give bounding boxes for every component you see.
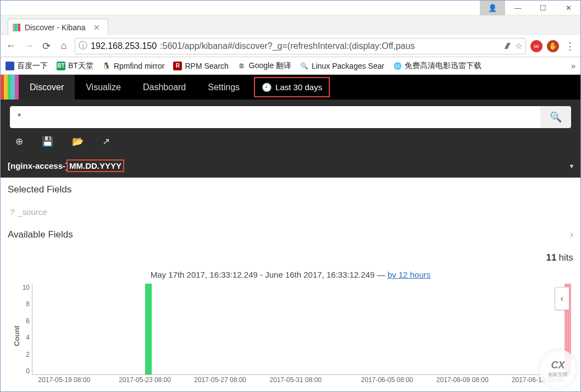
bookmark-star-icon[interactable]: ☆ bbox=[515, 41, 522, 51]
search-icon: 🔍 bbox=[550, 111, 562, 123]
nav-dashboard[interactable]: Dashboard bbox=[132, 75, 197, 100]
bookmarks-bar: 百度一下BTBT天堂🐧Rpmfind mirrorRRPM Search🗎Goo… bbox=[0, 57, 581, 75]
bookmark-item[interactable]: 百度一下 bbox=[5, 61, 48, 71]
reload-button[interactable]: ⟳ bbox=[40, 40, 53, 53]
translate-icon[interactable]: 🙼 bbox=[503, 41, 512, 51]
bookmark-icon: BT bbox=[57, 62, 65, 70]
search-input[interactable] bbox=[10, 106, 540, 128]
index-pattern-bar[interactable]: [nginx-access-]MM.DD.YYYY ▾ bbox=[0, 154, 581, 178]
clock-icon: 🕘 bbox=[262, 82, 272, 92]
nav-discover[interactable]: Discover bbox=[19, 75, 75, 100]
kibana-app: DiscoverVisualizeDashboardSettings 🕘 Las… bbox=[0, 75, 581, 388]
bookmark-icon bbox=[5, 62, 14, 70]
url-host: 192.168.253.150 bbox=[91, 41, 157, 51]
user-icon[interactable]: 👤 bbox=[480, 0, 505, 15]
bookmark-icon: R bbox=[173, 62, 182, 70]
bookmark-item[interactable]: 🗎Google 翻译 bbox=[237, 61, 291, 71]
index-pattern-prefix: [nginx-access-] bbox=[8, 161, 68, 170]
browser-tabbar: Discover - Kibana ✕ bbox=[0, 15, 581, 35]
bookmark-item[interactable]: RRPM Search bbox=[173, 62, 228, 70]
browser-address-bar: ← → ⟳ ⌂ ⓘ 192.168.253.150:5601/app/kiban… bbox=[0, 35, 581, 57]
bookmark-icon: 🌐 bbox=[393, 62, 402, 70]
collapse-chart-button[interactable]: ‹ bbox=[555, 287, 569, 310]
bookmark-icon: 🗎 bbox=[237, 62, 246, 70]
nav-visualize[interactable]: Visualize bbox=[75, 75, 132, 100]
save-search-icon[interactable]: 💾 bbox=[42, 136, 53, 147]
url-path: :5601/app/kibana#/discover?_g=(refreshIn… bbox=[160, 41, 415, 51]
url-input[interactable]: ⓘ 192.168.253.150:5601/app/kibana#/disco… bbox=[75, 38, 526, 54]
hits-bar: 11 hits bbox=[0, 247, 581, 266]
bookmark-item[interactable]: 🐧Rpmfind mirror bbox=[102, 62, 165, 70]
caret-down-icon: ▾ bbox=[570, 162, 573, 170]
nav-settings[interactable]: Settings bbox=[197, 75, 251, 100]
window-titlebar: 👤 — ☐ ✕ bbox=[0, 0, 581, 15]
maximize-button[interactable]: ☐ bbox=[530, 0, 556, 15]
extension-icon-2[interactable]: ✋ bbox=[547, 40, 559, 52]
chevron-right-icon: › bbox=[570, 229, 573, 240]
hits-label: hits bbox=[559, 252, 573, 263]
kibana-favicon bbox=[13, 24, 20, 31]
chrome-menu-button[interactable]: ⋮ bbox=[563, 40, 577, 53]
site-info-icon[interactable]: ⓘ bbox=[79, 40, 87, 52]
bookmarks-overflow[interactable]: » bbox=[571, 62, 576, 70]
open-search-icon[interactable]: 📂 bbox=[72, 136, 84, 147]
plot-area[interactable] bbox=[32, 284, 570, 375]
forward-button[interactable]: → bbox=[22, 40, 35, 53]
new-search-icon[interactable]: ⊕ bbox=[15, 136, 23, 147]
selected-field-item[interactable]: ?_source bbox=[0, 202, 581, 222]
tab-title: Discover - Kibana bbox=[25, 23, 86, 32]
histogram-chart[interactable]: Count 1086420 2017-05-19 08:002017-05-23… bbox=[32, 284, 570, 388]
bookmark-icon: 🐧 bbox=[102, 62, 111, 70]
browser-tab[interactable]: Discover - Kibana ✕ bbox=[8, 19, 108, 35]
selected-fields-head: Selected Fields bbox=[0, 178, 581, 202]
back-button[interactable]: ← bbox=[4, 40, 18, 53]
y-axis-ticks: 1086420 bbox=[16, 284, 30, 375]
tab-close-icon[interactable]: ✕ bbox=[93, 23, 100, 32]
time-picker[interactable]: 🕘 Last 30 days bbox=[254, 77, 330, 97]
kibana-logo[interactable] bbox=[0, 75, 19, 100]
kibana-subheader: 🔍 ⊕ 💾 📂 ↗ bbox=[0, 100, 581, 154]
bookmark-item[interactable]: 🔍Linux Packages Sear bbox=[300, 62, 384, 70]
minimize-button[interactable]: — bbox=[505, 0, 530, 15]
bookmark-item[interactable]: BTBT天堂 bbox=[57, 61, 93, 71]
chart-title: May 17th 2017, 16:33:12.249 - June 16th … bbox=[0, 266, 581, 284]
extension-icon-1[interactable]: ∞ bbox=[530, 40, 543, 52]
bookmark-icon: 🔍 bbox=[300, 62, 309, 70]
close-button[interactable]: ✕ bbox=[556, 0, 581, 15]
time-label: Last 30 days bbox=[275, 82, 322, 92]
hits-count: 11 bbox=[546, 252, 557, 263]
interval-link[interactable]: by 12 hours bbox=[388, 270, 430, 279]
available-fields-head[interactable]: Available Fields › bbox=[0, 222, 581, 247]
search-button[interactable]: 🔍 bbox=[540, 106, 571, 128]
share-search-icon[interactable]: ↗ bbox=[102, 136, 110, 147]
fields-panel: Selected Fields ?_source Available Field… bbox=[0, 178, 581, 247]
index-pattern-suffix: MM.DD.YYYY bbox=[67, 159, 124, 172]
home-button[interactable]: ⌂ bbox=[57, 40, 70, 53]
kibana-nav: DiscoverVisualizeDashboardSettings 🕘 Las… bbox=[0, 75, 581, 100]
histogram-bar[interactable] bbox=[145, 284, 152, 374]
x-axis-ticks: 2017-05-19 08:002017-05-23 08:002017-05-… bbox=[32, 376, 570, 388]
bookmark-item[interactable]: 🌐免费高清电影迅雷下载 bbox=[393, 61, 482, 71]
